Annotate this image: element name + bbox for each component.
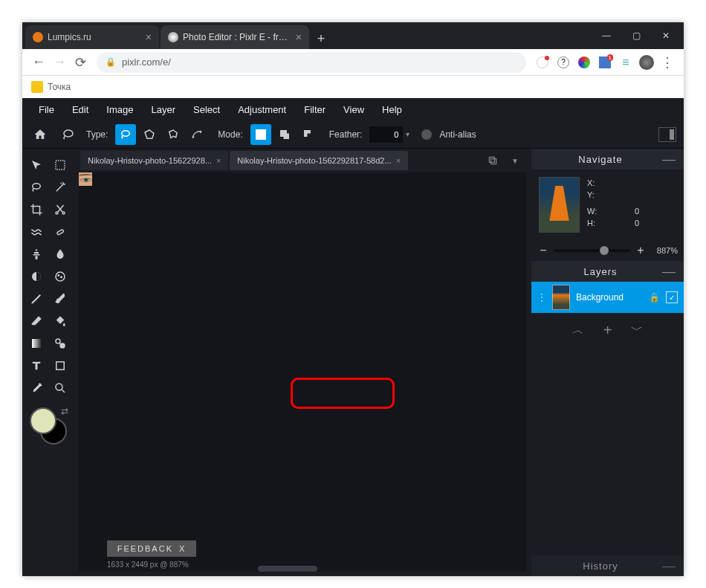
tool-crop[interactable] xyxy=(25,199,48,220)
layer-lock-icon[interactable]: 🔒 xyxy=(649,292,660,303)
tool-move[interactable] xyxy=(25,155,48,175)
zoom-knob[interactable] xyxy=(600,246,609,255)
layer-add-button[interactable]: + xyxy=(603,322,612,339)
doc-tab-label: Nikolay-Hristov-photo-15622928... xyxy=(88,156,212,165)
feedback-button[interactable]: FEEDBACK X xyxy=(107,540,196,557)
type-magnetic-button[interactable] xyxy=(163,124,184,145)
color-swatches[interactable]: ⇄ xyxy=(30,407,67,445)
doc-close-icon[interactable]: × xyxy=(216,156,221,165)
layers-title: Layers xyxy=(539,266,662,277)
ext-icon-2[interactable]: ? xyxy=(555,54,571,71)
tool-lasso[interactable] xyxy=(25,177,48,198)
doc-window-menu[interactable] xyxy=(482,150,503,171)
tool-marquee[interactable] xyxy=(49,155,71,175)
browser-tab-pixlr[interactable]: Photo Editor : Pixlr E - free image × xyxy=(161,25,309,49)
svg-point-0 xyxy=(64,130,73,137)
horizontal-scrollbar[interactable] xyxy=(258,566,317,572)
panel-minimize-icon[interactable]: — xyxy=(662,264,676,280)
tool-sponge[interactable] xyxy=(49,266,71,287)
panel-minimize-icon[interactable]: — xyxy=(662,558,676,574)
menu-select[interactable]: Select xyxy=(186,101,227,118)
zoom-in-button[interactable]: + xyxy=(635,244,647,257)
navigator-thumbnail[interactable] xyxy=(539,177,580,233)
tool-clone[interactable] xyxy=(25,244,48,265)
tab-close-icon[interactable]: × xyxy=(146,31,152,43)
zoom-out-button[interactable]: − xyxy=(537,244,549,257)
mode-subtract-button[interactable] xyxy=(298,124,319,145)
canvas[interactable]: FEEDBACK X 1633 x 2449 px @ 887% xyxy=(79,172,527,572)
home-button[interactable] xyxy=(30,124,51,145)
layer-background[interactable]: ⋮ Background 🔒 ✓ xyxy=(531,282,684,313)
type-bezier-button[interactable] xyxy=(187,124,207,145)
tab-close-icon[interactable]: × xyxy=(296,31,302,43)
doc-dropdown[interactable]: ▼ xyxy=(505,150,525,171)
panel-toggle-button[interactable] xyxy=(658,127,676,142)
menu-view[interactable]: View xyxy=(336,101,372,118)
type-freehand-button[interactable] xyxy=(115,124,136,145)
antialias-toggle[interactable]: Anti-alias xyxy=(421,129,480,140)
svg-rect-21 xyxy=(491,159,496,164)
tool-blur[interactable] xyxy=(49,244,71,265)
fg-color-swatch[interactable] xyxy=(30,407,56,434)
tool-cut[interactable] xyxy=(49,199,71,220)
window-close-button[interactable]: ✕ xyxy=(651,24,681,48)
document-tab-1[interactable]: Nikolay-Hristov-photo-15622928... × xyxy=(80,151,228,170)
menu-layer[interactable]: Layer xyxy=(144,101,184,118)
ext-icon-3[interactable] xyxy=(576,54,592,71)
browser-tab-lumpics[interactable]: Lumpics.ru × xyxy=(25,25,159,49)
lasso-group-icon[interactable] xyxy=(58,124,79,145)
nav-back-button[interactable]: ← xyxy=(28,52,49,73)
tool-dodge[interactable] xyxy=(25,266,48,287)
menu-edit[interactable]: Edit xyxy=(65,101,96,118)
menu-file[interactable]: File xyxy=(31,101,62,118)
history-panel-header[interactable]: History — xyxy=(531,555,684,576)
ext-icon-reader[interactable]: ≡ xyxy=(618,54,634,71)
tool-liquify[interactable] xyxy=(25,222,48,242)
tool-replace-color[interactable] xyxy=(49,333,71,354)
layer-down-button[interactable]: ﹀ xyxy=(631,323,643,338)
new-tab-button[interactable]: + xyxy=(311,28,331,49)
tool-text[interactable] xyxy=(25,355,48,376)
window-maximize-button[interactable]: ▢ xyxy=(621,24,651,48)
zoom-slider[interactable] xyxy=(554,249,630,252)
menu-help[interactable]: Help xyxy=(375,101,409,118)
nav-forward-button[interactable]: → xyxy=(49,52,70,73)
nav-reload-button[interactable]: ⟳ xyxy=(70,52,91,73)
doc-close-icon[interactable]: × xyxy=(396,156,401,165)
ext-icon-4[interactable]: 1 xyxy=(597,54,613,71)
layer-drag-handle[interactable]: ⋮ xyxy=(537,292,546,303)
tool-zoom[interactable] xyxy=(49,378,71,398)
mode-add-button[interactable] xyxy=(274,124,295,145)
tool-gradient[interactable] xyxy=(25,333,48,354)
tool-eraser[interactable] xyxy=(25,311,48,332)
tool-wand[interactable] xyxy=(49,177,71,198)
panel-minimize-icon[interactable]: — xyxy=(662,152,676,167)
document-tab-2[interactable]: Nikolay-Hristov-photo-1562292817-58d2...… xyxy=(230,151,408,170)
menu-adjustment[interactable]: Adjustment xyxy=(230,101,294,118)
tool-fill[interactable] xyxy=(49,311,71,332)
bookmark-folder[interactable]: Точка xyxy=(31,81,71,93)
feedback-close[interactable]: X xyxy=(179,544,186,553)
menu-filter[interactable]: Filter xyxy=(297,101,333,118)
feather-input[interactable] xyxy=(369,126,403,143)
mode-new-button[interactable] xyxy=(250,124,271,145)
navigate-panel-header[interactable]: Navigate — xyxy=(531,149,684,169)
browser-menu-button[interactable]: ⋮ xyxy=(657,52,678,73)
type-polygon-button[interactable] xyxy=(139,124,160,145)
window-minimize-button[interactable]: — xyxy=(592,24,621,48)
tool-brush[interactable] xyxy=(49,288,71,309)
layer-thumbnail[interactable] xyxy=(552,285,570,310)
ext-icon-1[interactable] xyxy=(534,54,551,71)
swap-colors-icon[interactable]: ⇄ xyxy=(61,406,68,416)
tool-pen[interactable] xyxy=(25,288,48,309)
layers-panel-header[interactable]: Layers — xyxy=(531,261,684,282)
layer-up-button[interactable]: ︿ xyxy=(572,323,584,338)
address-bar[interactable]: 🔒 pixlr.com/e/ xyxy=(97,52,526,73)
tool-eyedrop[interactable] xyxy=(25,378,48,398)
profile-avatar[interactable] xyxy=(638,54,655,71)
layer-name[interactable]: Background xyxy=(576,292,643,303)
tool-shape[interactable] xyxy=(49,355,71,376)
layer-visibility-checkbox[interactable]: ✓ xyxy=(666,291,678,303)
tool-heal[interactable] xyxy=(49,222,71,242)
menu-image[interactable]: Image xyxy=(99,101,140,118)
